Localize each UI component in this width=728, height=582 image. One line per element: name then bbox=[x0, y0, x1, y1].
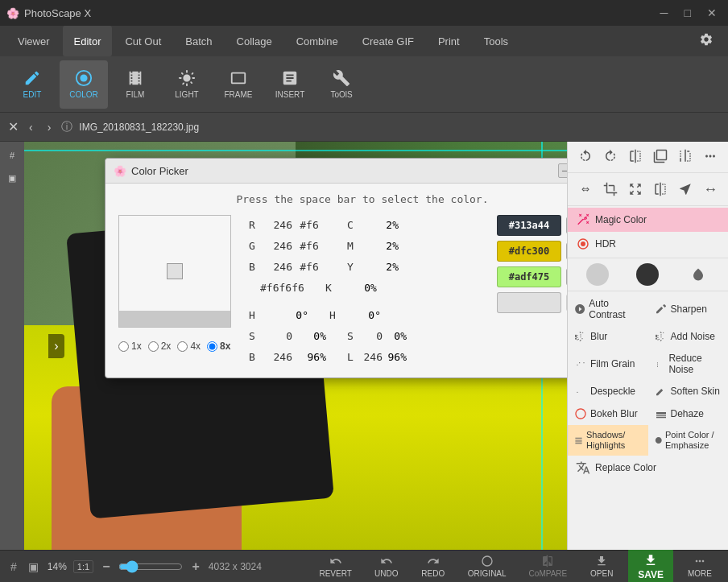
layers-icon[interactable]: ▣ bbox=[26, 558, 41, 576]
color-mode-icons bbox=[568, 260, 728, 289]
zoom-2x[interactable]: 2x bbox=[148, 341, 172, 352]
redo-button[interactable]: REDO bbox=[413, 551, 453, 581]
color-preview-box bbox=[118, 215, 231, 328]
more-button[interactable]: MORE bbox=[680, 551, 720, 581]
save-button[interactable]: SAVE bbox=[628, 548, 673, 583]
zoom-1x[interactable]: 1x bbox=[118, 341, 142, 352]
zoom-ratio-badge[interactable]: 1:1 bbox=[73, 560, 93, 573]
auto-contrast-button[interactable]: Auto Contrast bbox=[568, 293, 648, 325]
open-button[interactable]: OPEN bbox=[581, 551, 622, 581]
svg-point-4 bbox=[482, 556, 492, 566]
undo-button[interactable]: UNDO bbox=[366, 551, 407, 581]
soften-skin-button[interactable]: Soften Skin bbox=[648, 380, 729, 402]
flip-vertical-icon[interactable] bbox=[674, 145, 697, 167]
crop-free-icon[interactable] bbox=[649, 145, 672, 167]
panel-divider-1 bbox=[568, 172, 728, 173]
compare-button: CoMPARE bbox=[521, 551, 576, 581]
grid-icon[interactable]: # bbox=[8, 558, 19, 576]
cv-row-hex: #f6f6f6 K 0% bbox=[244, 278, 484, 297]
close-button[interactable]: ✕ bbox=[702, 5, 722, 21]
cv-row-r: R 246 #f6 C 2% bbox=[244, 215, 484, 234]
rotate-right-icon[interactable] bbox=[599, 145, 622, 167]
swatch-2: #dfc300 bbox=[497, 241, 561, 262]
resize2-icon[interactable]: ↔ bbox=[699, 178, 722, 200]
color-preview-inner bbox=[167, 263, 183, 279]
tool-light[interactable]: LIGHT bbox=[163, 60, 211, 109]
zoom-out-icon[interactable]: − bbox=[100, 557, 112, 576]
image-size-label: 4032 x 3024 bbox=[209, 561, 262, 572]
transform-icon[interactable] bbox=[674, 178, 697, 200]
settings-button[interactable] bbox=[691, 27, 722, 55]
dialog-minimize-button[interactable]: ─ bbox=[558, 163, 567, 178]
row-shadows-pointcolor: Shadows/ Highlights Point Color / Emphas… bbox=[568, 425, 728, 456]
expand-icon[interactable] bbox=[624, 178, 647, 200]
zoom-percent-label: 14% bbox=[48, 561, 67, 572]
tool-tools[interactable]: ToOlS bbox=[317, 60, 366, 109]
tool-color[interactable]: COLOR bbox=[60, 60, 108, 109]
zoom-8x[interactable]: 8x bbox=[207, 341, 230, 352]
nav-item-tools[interactable]: Tools bbox=[473, 26, 519, 56]
nav-item-cutout[interactable]: Cut Out bbox=[114, 26, 172, 56]
resize-icon[interactable]: ⇔ bbox=[574, 178, 597, 200]
color-mode-dark[interactable] bbox=[636, 263, 659, 286]
file-info-icon[interactable]: ⓘ bbox=[61, 120, 72, 134]
despeckle-button[interactable]: Despeckle bbox=[568, 380, 648, 402]
crop-icon[interactable] bbox=[599, 178, 622, 200]
nav-item-creategif[interactable]: Create GIF bbox=[351, 26, 425, 56]
revert-button[interactable]: REVERT bbox=[311, 551, 359, 581]
sharpen-button[interactable]: Sharpen bbox=[648, 293, 729, 325]
add-noise-button[interactable]: Add Noise bbox=[648, 325, 729, 348]
cv-row-s: S 0 0% S 0 0% bbox=[244, 326, 484, 345]
maximize-button[interactable]: □ bbox=[680, 5, 696, 21]
row-auto-contrast-sharpen: Auto Contrast Sharpen bbox=[568, 293, 728, 325]
zoom-4x[interactable]: 4x bbox=[177, 341, 201, 352]
replace-color-button[interactable]: Replace Color bbox=[568, 456, 728, 480]
zoom-in-icon[interactable]: + bbox=[189, 557, 201, 576]
layer-toggle[interactable]: ▣ bbox=[2, 167, 23, 188]
nav-item-print[interactable]: Print bbox=[427, 26, 471, 56]
hdr-label: HDR bbox=[595, 238, 616, 250]
color-mode-drop[interactable] bbox=[687, 263, 709, 286]
film-grain-button[interactable]: Film Grain bbox=[568, 348, 648, 380]
hdr-button[interactable]: HDR bbox=[568, 232, 728, 256]
nav-item-editor[interactable]: Editor bbox=[63, 26, 113, 56]
left-panel: # ▣ bbox=[0, 142, 24, 550]
rotate-left-icon[interactable] bbox=[574, 145, 597, 167]
close-file-button[interactable]: ✕ bbox=[8, 119, 19, 134]
minimize-button[interactable]: ─ bbox=[656, 5, 673, 21]
point-color-button[interactable]: Point Color / Emphasize bbox=[648, 425, 729, 456]
flip-horizontal-icon[interactable] bbox=[624, 145, 647, 167]
more-edit-icon[interactable] bbox=[699, 145, 722, 167]
grid-toggle[interactable]: # bbox=[2, 145, 23, 166]
copy-swatch-2-button[interactable]: Copy bbox=[566, 242, 567, 260]
shadows-highlights-button[interactable]: Shadows/ Highlights bbox=[568, 425, 648, 456]
svg-point-3 bbox=[581, 241, 585, 246]
reduce-noise-button[interactable]: Reduce Noise bbox=[648, 348, 729, 380]
nav-item-collage[interactable]: Collage bbox=[225, 26, 283, 56]
dehaze-button[interactable]: Dehaze bbox=[648, 402, 729, 425]
magic-color-button[interactable]: Magic Color bbox=[568, 208, 728, 232]
swatch-row-2: #dfc300 Copy bbox=[497, 241, 567, 262]
nav-item-combine[interactable]: Combine bbox=[285, 26, 350, 56]
copy-swatch-1-button[interactable]: Copy bbox=[566, 217, 567, 234]
nav-item-batch[interactable]: Batch bbox=[174, 26, 223, 56]
cv-divider bbox=[244, 299, 484, 305]
dialog-titlebar: 🌸 Color Picker ─ □ ✕ bbox=[105, 159, 567, 184]
canvas-area[interactable]: › 🌸 Color Picker ─ □ ✕ Press the space b… bbox=[24, 142, 567, 550]
tool-frame[interactable]: FRAME bbox=[214, 60, 263, 109]
tool-film[interactable]: FILM bbox=[111, 60, 159, 109]
flip-edit-icon[interactable] bbox=[649, 178, 672, 200]
nav-item-viewer[interactable]: Viewer bbox=[6, 26, 61, 56]
tool-edit[interactable]: EDIT bbox=[8, 60, 56, 109]
next-file-button[interactable]: › bbox=[43, 119, 56, 135]
color-mode-natural[interactable] bbox=[586, 263, 609, 286]
copy-swatch-3-button[interactable]: Copy bbox=[566, 268, 567, 286]
bokeh-blur-button[interactable]: Bokeh Blur bbox=[568, 402, 648, 425]
zoom-slider[interactable] bbox=[118, 560, 183, 573]
tool-insert[interactable]: INSERT bbox=[266, 60, 314, 109]
prev-file-button[interactable]: ‹ bbox=[25, 119, 37, 135]
original-button[interactable]: ORIGINAL bbox=[460, 551, 515, 581]
preview-section: 1x 2x 4x 8x bbox=[118, 215, 231, 368]
blur-button[interactable]: Blur bbox=[568, 325, 648, 348]
panel-toggle-arrow[interactable]: › bbox=[48, 334, 64, 358]
